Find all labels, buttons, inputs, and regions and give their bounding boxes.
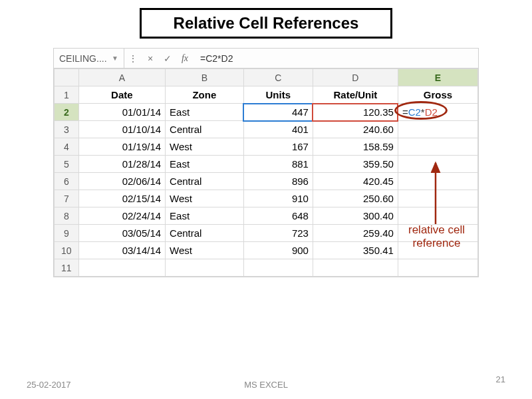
cell[interactable]: Rate/Unit xyxy=(313,86,398,104)
cell[interactable]: 02/24/14 xyxy=(78,207,166,225)
cell[interactable]: 359.50 xyxy=(313,156,398,173)
cell[interactable]: 896 xyxy=(243,173,313,190)
cell[interactable]: Zone xyxy=(166,86,243,104)
formula-ref-d2: D2 xyxy=(425,106,438,118)
row-header[interactable]: 6 xyxy=(55,173,79,190)
cell[interactable]: 01/19/14 xyxy=(78,138,166,156)
annotation-label: relative cell reference xyxy=(408,223,465,249)
cell[interactable]: 723 xyxy=(243,225,313,242)
cell[interactable] xyxy=(398,173,477,190)
cell[interactable]: 03/14/14 xyxy=(78,242,166,259)
cell[interactable] xyxy=(78,259,166,277)
col-header-a[interactable]: A xyxy=(78,69,166,86)
cell[interactable]: Date xyxy=(78,86,166,104)
cell[interactable] xyxy=(313,259,398,277)
cell[interactable]: East xyxy=(166,104,243,121)
cell[interactable] xyxy=(398,190,477,207)
cell[interactable]: 01/01/14 xyxy=(78,104,166,121)
cell[interactable]: West xyxy=(166,242,243,259)
cell[interactable]: 02/15/14 xyxy=(78,190,166,207)
formula-ref-c2: C2 xyxy=(408,106,421,118)
cell[interactable]: 881 xyxy=(243,156,313,173)
row-header[interactable]: 4 xyxy=(55,138,79,156)
cell[interactable]: 401 xyxy=(243,121,313,138)
footer-page-number: 21 xyxy=(496,374,505,384)
cell[interactable]: 420.45 xyxy=(313,173,398,190)
cell[interactable]: 648 xyxy=(243,207,313,225)
formula-bar: CEILING.... ▼ ⋮ × ✓ fx =C2*D2 xyxy=(54,49,478,68)
col-header-b[interactable]: B xyxy=(166,69,243,86)
row-header[interactable]: 2 xyxy=(55,104,79,121)
row-header[interactable]: 10 xyxy=(55,242,79,259)
cell[interactable] xyxy=(243,259,313,277)
cell[interactable] xyxy=(398,156,477,173)
row-header[interactable]: 11 xyxy=(55,259,79,277)
cell[interactable]: Central xyxy=(166,225,243,242)
row-header[interactable]: 3 xyxy=(55,121,79,138)
footer-date: 25-02-2017 xyxy=(27,380,71,390)
cell[interactable]: 350.41 xyxy=(313,242,398,259)
cell[interactable]: East xyxy=(166,207,243,225)
cell[interactable]: 01/28/14 xyxy=(78,156,166,173)
cell[interactable]: 900 xyxy=(243,242,313,259)
col-header-e[interactable]: E xyxy=(398,69,477,86)
cell[interactable]: 158.59 xyxy=(313,138,398,156)
cell[interactable]: 910 xyxy=(243,190,313,207)
cell[interactable]: 300.40 xyxy=(313,207,398,225)
cell[interactable]: 259.40 xyxy=(313,225,398,242)
footer-title: MS EXCEL xyxy=(244,380,288,390)
cell-e2-active[interactable]: =C2*D2 xyxy=(398,104,477,121)
cell[interactable]: Gross xyxy=(398,86,477,104)
cell[interactable] xyxy=(166,259,243,277)
chevron-down-icon[interactable]: ▼ xyxy=(112,55,118,62)
cell[interactable]: 02/06/14 xyxy=(78,173,166,190)
formula-input[interactable]: =C2*D2 xyxy=(194,53,478,64)
name-box[interactable]: CEILING.... ▼ xyxy=(54,49,124,68)
cell[interactable]: East xyxy=(166,156,243,173)
formula-controls: ⋮ × ✓ fx xyxy=(124,49,194,68)
cancel-button[interactable]: × xyxy=(142,53,159,64)
formula-eq: = xyxy=(402,106,408,118)
row-header[interactable]: 7 xyxy=(55,190,79,207)
cell-c2[interactable]: 447 xyxy=(243,104,313,121)
name-box-text: CEILING.... xyxy=(59,53,107,64)
fx-button[interactable]: fx xyxy=(176,53,194,64)
cell-d2[interactable]: 120.35 xyxy=(313,104,398,121)
select-all-corner[interactable] xyxy=(55,69,79,86)
cell[interactable]: 240.60 xyxy=(313,121,398,138)
cell[interactable] xyxy=(398,121,477,138)
row-header[interactable]: 9 xyxy=(55,225,79,242)
slide-title: Relative Cell References xyxy=(140,8,392,39)
enter-button[interactable]: ✓ xyxy=(159,53,176,64)
divider-icon: ⋮ xyxy=(124,53,142,64)
row-header[interactable]: 1 xyxy=(55,86,79,104)
cell[interactable]: Central xyxy=(166,173,243,190)
cell[interactable]: 03/05/14 xyxy=(78,225,166,242)
cell[interactable]: 01/10/14 xyxy=(78,121,166,138)
cell[interactable]: Central xyxy=(166,121,243,138)
cell[interactable] xyxy=(398,138,477,156)
cell[interactable]: 250.60 xyxy=(313,190,398,207)
cell[interactable]: Units xyxy=(243,86,313,104)
cell[interactable]: West xyxy=(166,190,243,207)
row-header[interactable]: 5 xyxy=(55,156,79,173)
cell[interactable]: 167 xyxy=(243,138,313,156)
cell[interactable]: West xyxy=(166,138,243,156)
cell[interactable] xyxy=(398,259,477,277)
cell[interactable] xyxy=(398,207,477,225)
col-header-c[interactable]: C xyxy=(243,69,313,86)
col-header-d[interactable]: D xyxy=(313,69,398,86)
row-header[interactable]: 8 xyxy=(55,207,79,225)
